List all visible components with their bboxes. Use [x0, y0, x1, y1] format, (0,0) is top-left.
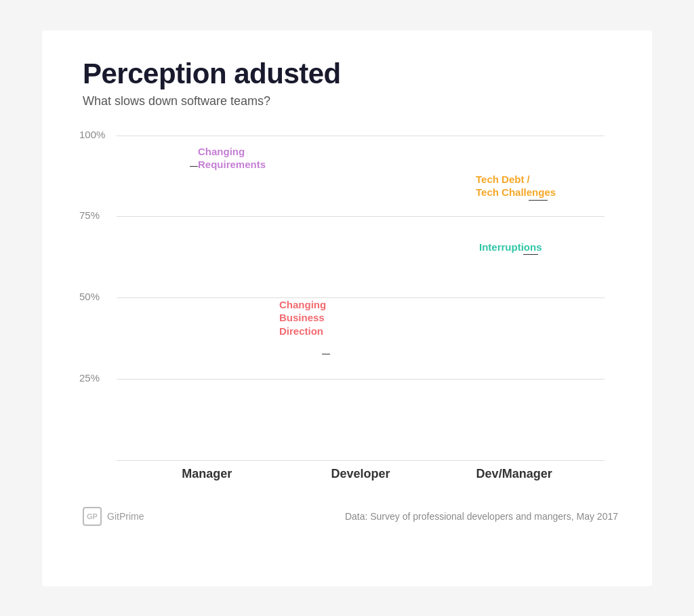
- logo-box: GP: [83, 507, 102, 526]
- footer-note: Data: Survey of professional developers …: [345, 511, 618, 522]
- tick-orange: [529, 200, 548, 201]
- x-label-manager: Manager: [156, 467, 258, 481]
- y-label-75: 75%: [79, 209, 100, 221]
- y-label-25: 25%: [79, 372, 100, 384]
- tick-purple: [190, 166, 198, 167]
- tick-teal: [523, 254, 538, 255]
- tick-red: [322, 354, 330, 354]
- x-label-devmanager: Dev/Manager: [464, 467, 565, 481]
- annotation-tech-debt: Tech Debt /Tech Challenges: [476, 173, 556, 199]
- chart-container: Perception adusted What slows down softw…: [42, 30, 652, 586]
- annotation-changing-business: ChangingBusinessDirection: [279, 298, 326, 338]
- chart-area: 100% 75% 50% 25%: [117, 136, 605, 488]
- x-labels: Manager Developer Dev/Manager: [117, 461, 605, 488]
- y-label-100: 100%: [79, 129, 105, 140]
- annotation-interruptions: Interruptions: [479, 241, 542, 254]
- chart-title: Perception adusted: [83, 58, 618, 90]
- gitprime-logo: GP GitPrime: [83, 507, 144, 526]
- x-label-developer: Developer: [310, 467, 411, 481]
- chart-subtitle: What slows down software teams?: [83, 94, 618, 108]
- footer: GP GitPrime Data: Survey of professional…: [83, 500, 618, 526]
- annotation-changing-requirements: ChangingRequirements: [198, 145, 266, 171]
- y-label-50: 50%: [79, 291, 100, 302]
- logo-text: GitPrime: [107, 511, 144, 522]
